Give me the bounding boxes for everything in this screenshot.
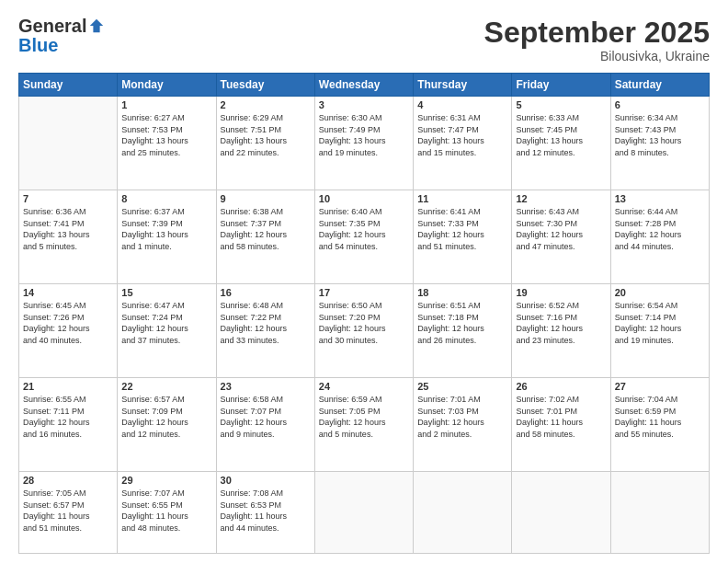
table-row: 2Sunrise: 6:29 AM Sunset: 7:51 PM Daylig… — [216, 97, 314, 190]
day-info: Sunrise: 6:40 AM Sunset: 7:35 PM Dayligh… — [319, 206, 409, 252]
day-info: Sunrise: 6:50 AM Sunset: 7:20 PM Dayligh… — [319, 300, 409, 346]
day-info: Sunrise: 6:44 AM Sunset: 7:28 PM Dayligh… — [615, 206, 705, 252]
col-tuesday: Tuesday — [216, 74, 314, 97]
day-info: Sunrise: 6:30 AM Sunset: 7:49 PM Dayligh… — [319, 112, 409, 158]
day-info: Sunrise: 6:37 AM Sunset: 7:39 PM Dayligh… — [121, 206, 211, 252]
table-row: 14Sunrise: 6:45 AM Sunset: 7:26 PM Dayli… — [19, 284, 118, 378]
calendar-header-row: Sunday Monday Tuesday Wednesday Thursday… — [19, 74, 710, 97]
day-info: Sunrise: 6:59 AM Sunset: 7:05 PM Dayligh… — [319, 394, 409, 440]
table-row: 28Sunrise: 7:05 AM Sunset: 6:57 PM Dayli… — [19, 472, 118, 554]
day-info: Sunrise: 7:08 AM Sunset: 6:53 PM Dayligh… — [221, 488, 311, 534]
day-info: Sunrise: 6:45 AM Sunset: 7:26 PM Dayligh… — [23, 300, 113, 346]
day-info: Sunrise: 6:48 AM Sunset: 7:22 PM Dayligh… — [221, 300, 311, 346]
day-info: Sunrise: 6:31 AM Sunset: 7:47 PM Dayligh… — [417, 112, 507, 158]
day-info: Sunrise: 6:51 AM Sunset: 7:18 PM Dayligh… — [417, 300, 507, 346]
day-number: 18 — [417, 287, 507, 298]
table-row: 29Sunrise: 7:07 AM Sunset: 6:55 PM Dayli… — [118, 472, 216, 554]
day-number: 10 — [319, 193, 409, 204]
table-row: 8Sunrise: 6:37 AM Sunset: 7:39 PM Daylig… — [118, 190, 216, 284]
day-info: Sunrise: 7:05 AM Sunset: 6:57 PM Dayligh… — [23, 488, 113, 534]
week-row-5: 28Sunrise: 7:05 AM Sunset: 6:57 PM Dayli… — [19, 472, 710, 554]
table-row: 24Sunrise: 6:59 AM Sunset: 7:05 PM Dayli… — [314, 378, 413, 472]
day-info: Sunrise: 6:57 AM Sunset: 7:09 PM Dayligh… — [121, 394, 211, 440]
day-number: 6 — [615, 99, 705, 110]
table-row: 10Sunrise: 6:40 AM Sunset: 7:35 PM Dayli… — [314, 190, 413, 284]
day-number: 25 — [417, 381, 507, 392]
day-info: Sunrise: 6:55 AM Sunset: 7:11 PM Dayligh… — [23, 394, 113, 440]
table-row: 5Sunrise: 6:33 AM Sunset: 7:45 PM Daylig… — [512, 97, 610, 190]
day-number: 14 — [23, 287, 113, 298]
table-row — [19, 97, 118, 190]
table-row: 26Sunrise: 7:02 AM Sunset: 7:01 PM Dayli… — [512, 378, 610, 472]
table-row: 4Sunrise: 6:31 AM Sunset: 7:47 PM Daylig… — [414, 97, 512, 190]
day-info: Sunrise: 6:58 AM Sunset: 7:07 PM Dayligh… — [221, 394, 311, 440]
day-info: Sunrise: 6:41 AM Sunset: 7:33 PM Dayligh… — [417, 206, 507, 252]
day-info: Sunrise: 7:07 AM Sunset: 6:55 PM Dayligh… — [121, 488, 211, 534]
table-row: 18Sunrise: 6:51 AM Sunset: 7:18 PM Dayli… — [414, 284, 512, 378]
day-number: 20 — [615, 287, 705, 298]
logo-blue-text: Blue — [18, 35, 58, 55]
day-number: 12 — [516, 193, 606, 204]
calendar-table: Sunday Monday Tuesday Wednesday Thursday… — [18, 73, 710, 554]
col-saturday: Saturday — [610, 74, 709, 97]
day-number: 3 — [319, 99, 409, 110]
day-info: Sunrise: 6:43 AM Sunset: 7:30 PM Dayligh… — [516, 206, 606, 252]
week-row-3: 14Sunrise: 6:45 AM Sunset: 7:26 PM Dayli… — [19, 284, 710, 378]
col-monday: Monday — [118, 74, 216, 97]
day-number: 16 — [221, 287, 311, 298]
day-number: 24 — [319, 381, 409, 392]
week-row-4: 21Sunrise: 6:55 AM Sunset: 7:11 PM Dayli… — [19, 378, 710, 472]
table-row: 15Sunrise: 6:47 AM Sunset: 7:24 PM Dayli… — [118, 284, 216, 378]
table-row: 30Sunrise: 7:08 AM Sunset: 6:53 PM Dayli… — [216, 472, 314, 554]
table-row: 25Sunrise: 7:01 AM Sunset: 7:03 PM Dayli… — [414, 378, 512, 472]
day-number: 17 — [319, 287, 409, 298]
page: General Blue September 2025 Bilousivka, … — [0, 0, 728, 563]
day-number: 8 — [121, 193, 211, 204]
day-number: 5 — [516, 99, 606, 110]
logo-general-text: General — [18, 17, 86, 35]
week-row-1: 1Sunrise: 6:27 AM Sunset: 7:53 PM Daylig… — [19, 97, 710, 190]
table-row — [512, 472, 610, 554]
table-row: 12Sunrise: 6:43 AM Sunset: 7:30 PM Dayli… — [512, 190, 610, 284]
day-info: Sunrise: 6:29 AM Sunset: 7:51 PM Dayligh… — [221, 112, 311, 158]
day-info: Sunrise: 6:38 AM Sunset: 7:37 PM Dayligh… — [221, 206, 311, 252]
table-row: 23Sunrise: 6:58 AM Sunset: 7:07 PM Dayli… — [216, 378, 314, 472]
day-number: 2 — [221, 99, 311, 110]
day-number: 11 — [417, 193, 507, 204]
month-title: September 2025 — [484, 17, 710, 49]
day-info: Sunrise: 6:27 AM Sunset: 7:53 PM Dayligh… — [121, 112, 211, 158]
day-info: Sunrise: 6:33 AM Sunset: 7:45 PM Dayligh… — [516, 112, 606, 158]
day-number: 9 — [221, 193, 311, 204]
day-number: 13 — [615, 193, 705, 204]
table-row: 19Sunrise: 6:52 AM Sunset: 7:16 PM Dayli… — [512, 284, 610, 378]
table-row: 22Sunrise: 6:57 AM Sunset: 7:09 PM Dayli… — [118, 378, 216, 472]
week-row-2: 7Sunrise: 6:36 AM Sunset: 7:41 PM Daylig… — [19, 190, 710, 284]
table-row: 13Sunrise: 6:44 AM Sunset: 7:28 PM Dayli… — [610, 190, 709, 284]
logo-icon — [88, 17, 105, 34]
day-number: 30 — [221, 475, 311, 486]
table-row: 20Sunrise: 6:54 AM Sunset: 7:14 PM Dayli… — [610, 284, 709, 378]
logo: General Blue — [18, 17, 105, 56]
table-row: 6Sunrise: 6:34 AM Sunset: 7:43 PM Daylig… — [610, 97, 709, 190]
day-number: 22 — [121, 381, 211, 392]
day-number: 1 — [121, 99, 211, 110]
table-row: 9Sunrise: 6:38 AM Sunset: 7:37 PM Daylig… — [216, 190, 314, 284]
col-wednesday: Wednesday — [314, 74, 413, 97]
day-number: 29 — [121, 475, 211, 486]
col-sunday: Sunday — [19, 74, 118, 97]
svg-marker-0 — [90, 19, 103, 32]
day-number: 21 — [23, 381, 113, 392]
table-row: 7Sunrise: 6:36 AM Sunset: 7:41 PM Daylig… — [19, 190, 118, 284]
day-number: 27 — [615, 381, 705, 392]
title-block: September 2025 Bilousivka, Ukraine — [484, 17, 710, 63]
day-info: Sunrise: 6:47 AM Sunset: 7:24 PM Dayligh… — [121, 300, 211, 346]
day-number: 28 — [23, 475, 113, 486]
col-friday: Friday — [512, 74, 610, 97]
table-row — [610, 472, 709, 554]
day-number: 15 — [121, 287, 211, 298]
table-row: 11Sunrise: 6:41 AM Sunset: 7:33 PM Dayli… — [414, 190, 512, 284]
table-row: 21Sunrise: 6:55 AM Sunset: 7:11 PM Dayli… — [19, 378, 118, 472]
table-row: 17Sunrise: 6:50 AM Sunset: 7:20 PM Dayli… — [314, 284, 413, 378]
col-thursday: Thursday — [414, 74, 512, 97]
day-info: Sunrise: 6:36 AM Sunset: 7:41 PM Dayligh… — [23, 206, 113, 252]
